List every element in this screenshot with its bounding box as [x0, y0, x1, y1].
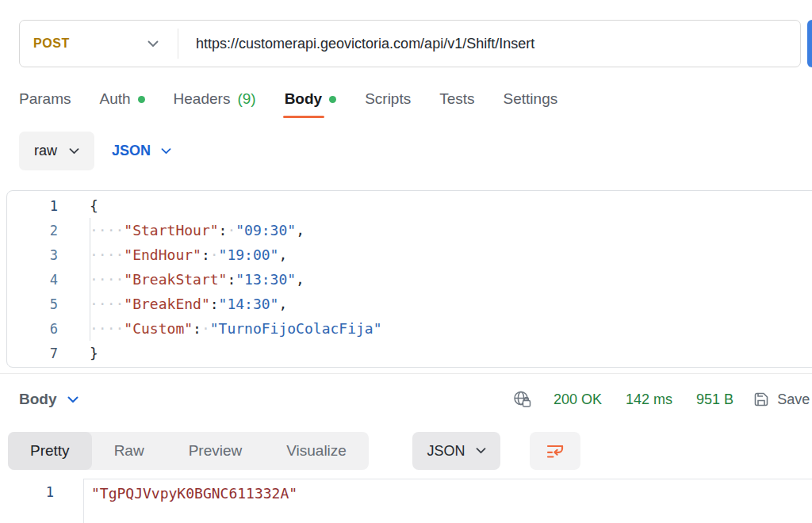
- chevron-down-icon: [67, 396, 79, 403]
- body-type-row: raw JSON: [19, 132, 171, 170]
- view-visualize[interactable]: Visualize: [264, 432, 369, 470]
- tab-headers-label: Headers: [174, 90, 231, 108]
- tab-settings-label: Settings: [504, 90, 558, 108]
- response-body-text: "TgPQJVvpyK0BGNC611332A": [91, 485, 297, 502]
- response-line-number: 1: [19, 484, 54, 500]
- line-number: 3: [7, 247, 58, 263]
- method-selector[interactable]: POST: [20, 36, 178, 51]
- headers-count-badge: (9): [237, 90, 255, 108]
- tab-headers[interactable]: Headers (9): [174, 90, 256, 108]
- tab-body[interactable]: Body: [285, 90, 337, 108]
- auth-status-dot-icon: [138, 96, 145, 103]
- line-number: 7: [7, 345, 58, 361]
- status-badge[interactable]: 200 OK: [553, 391, 602, 408]
- globe-lock-icon: [512, 390, 533, 409]
- response-size[interactable]: 951 B: [696, 391, 733, 408]
- tab-scripts[interactable]: Scripts: [365, 90, 411, 108]
- response-format-dropdown[interactable]: JSON: [412, 432, 500, 470]
- chevron-down-icon: [69, 148, 79, 155]
- view-raw[interactable]: Raw: [92, 432, 167, 470]
- response-section-label: Body: [19, 391, 57, 408]
- view-raw-label: Raw: [114, 442, 144, 460]
- code-line-4[interactable]: 4····"BreakStart":"13:30",: [7, 267, 812, 292]
- tab-settings[interactable]: Settings: [504, 90, 558, 108]
- tab-scripts-label: Scripts: [365, 90, 411, 108]
- line-number: 5: [7, 296, 58, 312]
- code-text: {: [90, 197, 98, 214]
- method-label: POST: [33, 36, 70, 51]
- tab-params-label: Params: [19, 90, 71, 108]
- code-text: ····"Custom":·"TurnoFijoColacFija": [90, 320, 382, 337]
- line-number: 2: [7, 223, 58, 239]
- send-button-edge[interactable]: [807, 20, 812, 67]
- chevron-down-icon: [161, 148, 171, 155]
- response-format-label: JSON: [427, 443, 465, 460]
- save-response-button[interactable]: Save: [753, 391, 810, 408]
- response-section-dropdown[interactable]: Body: [19, 391, 79, 408]
- line-number: 6: [7, 321, 58, 337]
- code-text: ····"BreakEnd":"14:30",: [90, 296, 287, 312]
- request-code-lines: 1{2····"StartHour":·"09:30",3····"EndHou…: [7, 193, 812, 365]
- tab-tests-label: Tests: [439, 90, 474, 108]
- view-preview-label: Preview: [189, 442, 243, 460]
- url-input[interactable]: https://customerapi.geovictoria.com/api/…: [196, 36, 534, 52]
- line-number: 1: [7, 198, 58, 214]
- body-status-dot-icon: [329, 96, 336, 103]
- body-format-label: JSON: [112, 143, 151, 159]
- body-mode-label: raw: [34, 143, 57, 159]
- code-line-7[interactable]: 7}: [7, 341, 812, 365]
- code-text: }: [90, 345, 98, 361]
- view-pretty-label: Pretty: [30, 442, 70, 460]
- view-visualize-label: Visualize: [286, 442, 347, 460]
- response-view-switcher: Pretty Raw Preview Visualize: [8, 432, 369, 470]
- code-line-2[interactable]: 2····"StartHour":·"09:30",: [7, 218, 812, 242]
- chevron-down-icon: [147, 40, 159, 48]
- save-button-label: Save: [777, 391, 810, 408]
- body-format-dropdown[interactable]: JSON: [112, 143, 171, 159]
- tab-body-label: Body: [285, 90, 323, 108]
- chevron-down-icon: [476, 448, 486, 454]
- request-body-editor[interactable]: 1{2····"StartHour":·"09:30",3····"EndHou…: [6, 190, 812, 368]
- code-line-1[interactable]: 1{: [7, 193, 812, 218]
- save-icon: [753, 391, 770, 408]
- wrap-lines-button[interactable]: [530, 432, 580, 470]
- view-segments: Pretty Raw Preview Visualize: [8, 432, 369, 470]
- view-pretty[interactable]: Pretty: [8, 432, 92, 470]
- body-mode-dropdown[interactable]: raw: [19, 132, 94, 170]
- response-status-bar: 200 OK 142 ms 951 B Save: [512, 385, 810, 414]
- text-wrap-icon: [545, 442, 565, 460]
- method-url-divider: [178, 29, 178, 59]
- code-line-5[interactable]: 5····"BreakEnd":"14:30",: [7, 292, 812, 316]
- indent-guide: [90, 218, 90, 341]
- tab-auth-label: Auth: [99, 90, 130, 108]
- response-time[interactable]: 142 ms: [626, 391, 672, 408]
- tab-tests[interactable]: Tests: [439, 90, 474, 108]
- code-text: ····"BreakStart":"13:30",: [90, 271, 304, 288]
- url-bar: POST https://customerapi.geovictoria.com…: [19, 20, 801, 67]
- code-text: ····"EndHour":·"19:00",: [90, 246, 287, 263]
- code-line-3[interactable]: 3····"EndHour":·"19:00",: [7, 242, 812, 267]
- code-text: ····"StartHour":·"09:30",: [90, 222, 304, 239]
- tab-auth[interactable]: Auth: [99, 90, 144, 108]
- code-line-6[interactable]: 6····"Custom":·"TurnoFijoColacFija": [7, 316, 812, 341]
- response-body-viewer[interactable]: "TgPQJVvpyK0BGNC611332A": [83, 479, 812, 523]
- response-header: Body: [19, 385, 79, 414]
- request-response-divider[interactable]: [0, 373, 812, 374]
- line-number: 4: [7, 272, 58, 288]
- request-tabs: Params Auth Headers (9) Body Scripts Tes…: [19, 90, 557, 108]
- view-preview[interactable]: Preview: [167, 432, 265, 470]
- tab-params[interactable]: Params: [19, 90, 71, 108]
